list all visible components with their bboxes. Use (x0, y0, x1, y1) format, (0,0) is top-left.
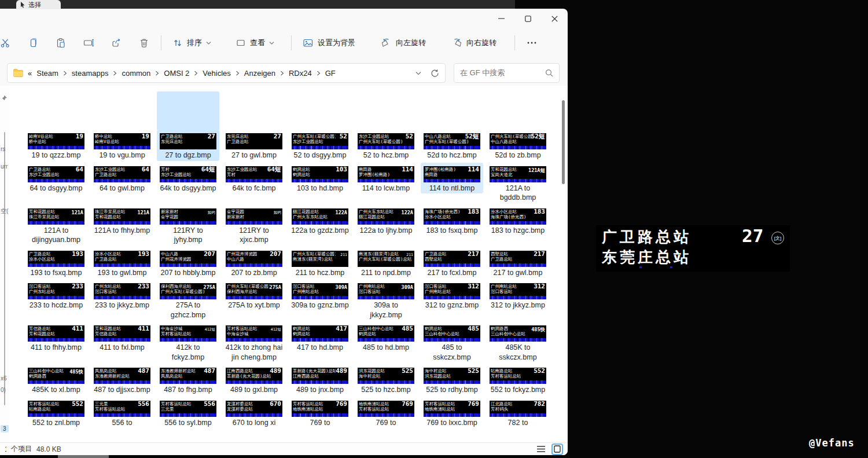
rotate-left-button[interactable]: 向左旋转 (376, 33, 431, 53)
more-options-button[interactable] (521, 33, 543, 53)
file-tile[interactable]: 保利西海岸总站 广州火车站(草暖公园) 275A 275A to gzhcz.b… (157, 280, 219, 320)
copy-button[interactable] (22, 33, 44, 53)
file-tile[interactable]: 江南西路总站 革新路(光大花园)总站 489 489 to gxl.bmp (223, 364, 285, 395)
nav-scrollbar[interactable] (4, 132, 5, 405)
file-tile[interactable]: 广州火车站(草暖公园) 中山八路总站 52短 52d to zb.bmp (487, 130, 549, 161)
address-bar[interactable]: « Steam steamapps common OMSI 2 Vehicles… (7, 63, 446, 83)
file-tile[interactable]: 南田路 罗冲围(松南路) 114 114 to lcw.bmp (355, 163, 417, 194)
file-tile[interactable]: 金宇花园 新家新村 如约 121RY to xjxc.bmp (223, 205, 285, 246)
file-tile[interactable]: 革新路(光大花园)总站 江南西路总站 489 489 to jnx.bmp (289, 364, 351, 395)
file-tile[interactable]: 海珠广场(侨光西) 汾水小区总站 183 183 to fsxq.bmp (421, 205, 483, 236)
delete-button[interactable] (133, 33, 155, 53)
file-tile[interactable]: 广州火车站(草暖公园) 东沙工业园总站 52 52 to dsgyy.bmp (289, 130, 351, 161)
file-tile[interactable]: 滘口客运站 广州南站总站 312 312 to gznz.bmp (421, 280, 483, 311)
scan-text-icon[interactable]: [文] (771, 232, 784, 244)
minimize-button[interactable] (488, 9, 514, 28)
file-tile[interactable]: 芳村客运站总站 地铁南浦站总站 769 769 to (289, 397, 351, 428)
paste-button[interactable] (50, 33, 72, 53)
file-tile[interactable]: 广卫路总站 东沙工业园总站 64 64 to dsgyy.bmp (25, 163, 87, 194)
file-thumbnail: 站南路总站 芳村客运站总站 552 (490, 365, 546, 384)
file-tile[interactable]: 三山科创中心总站 鹤洞总站 485 485 to hd.bmp (355, 322, 417, 353)
list-view-toggle[interactable] (535, 444, 547, 455)
file-tile[interactable]: 站南路总站 芳村客运站总站 552 552 to fckyz.bmp (487, 364, 549, 395)
file-tile[interactable]: 鹤洞路西 三山科创中心总站 485快 485K to sskczx.bmp (487, 322, 549, 362)
file-tile[interactable]: 汾水小区总站 广卫路总站 193 193 to gwl.bmp (91, 247, 153, 279)
file-tile[interactable]: 汾水小区总站 海珠广场(侨光西) 183 183 to hzgc.bmp (487, 205, 549, 236)
breadcrumb-segment[interactable]: GF (325, 69, 336, 78)
scrollbar-thumb[interactable] (562, 100, 565, 184)
snip-select-tab[interactable]: 选择 (16, 0, 61, 9)
view-dropdown[interactable]: 查看 (230, 33, 279, 53)
file-tile[interactable]: 广卫路总站 汾水小区总站 193 193 to fsxq.bmp (25, 247, 87, 279)
file-tile[interactable]: 中山八路 广州花卉博览园 207 207 to hbbly.bmp (157, 247, 219, 279)
title-bar[interactable] (0, 9, 568, 30)
file-tile[interactable]: 芳村客运站总站 中海金沙城 412短 412k to zhong hai jin… (223, 322, 285, 362)
file-tile[interactable]: 广州花卉博览园 中山八路 207 207 to zb.bmp (223, 247, 285, 279)
file-tile[interactable]: 三山科创中心总站 鹤洞路西 485快 485K to xl.bmp (25, 364, 87, 395)
file-tile[interactable]: 丽江花园总站 广州火车东站总站 122A 122a to gzdz.bmp (289, 205, 351, 236)
file-tile[interactable]: 珠江帝景苑总站 芳和花园总站 121A 121A to fhhy.bmp (91, 205, 153, 236)
file-tile[interactable]: 芳和花园总站 芳信路总站 411 411 to fxl.bmp (91, 322, 153, 353)
file-tile[interactable]: 龙溪村委总站 龙溪村委总站 670 670 to long xi (223, 397, 285, 428)
file-tile[interactable]: 南浦东(丽景湾)总站 广州火车站(草暖公园)总站 211 211 to npd.… (355, 247, 417, 279)
file-tile[interactable]: 新家新村 金宇花园 如约 121RY to jyhy.bmp (157, 205, 219, 246)
file-tile[interactable]: 芳信路总站 芳和花园总站 411 411 to fhhy.bmp (25, 322, 87, 353)
vertical-scrollbar[interactable] (560, 90, 567, 438)
file-tile[interactable]: 江北路总站 芳村码头 782 782 to (487, 397, 549, 428)
close-button[interactable] (541, 9, 568, 28)
breadcrumb-segment[interactable]: Anzeigen (244, 69, 275, 78)
cut-button[interactable] (0, 33, 16, 53)
file-tile[interactable]: 广卫路总站 东莞庄总站 27 27 to dgz.bmp (157, 130, 219, 161)
file-tile[interactable]: 海中村总站 润东花园总站 525 525 to rdhy.bmp (421, 364, 483, 395)
file-tile[interactable]: 鹤洞总站 鹤洞总站 417 417 to hd.bmp (289, 322, 351, 353)
file-tile[interactable]: 东沙工业园总站 芳村 64短 64k to fc.bmp (223, 163, 285, 194)
file-tile[interactable]: 东沙工业园总站 广州火车站(草暖公园) 52 52 to hcz.bmp (355, 130, 417, 161)
file-tile[interactable]: 罗冲围(松南路) 南田路 114 114 to ntl.bmp (421, 163, 483, 194)
file-tile[interactable]: 芳和花园总站 宝岗大道北 121A短 121A to bgddb.bmp (487, 163, 549, 203)
file-tile[interactable]: 芳村客运站总站 地铁南浦站总站 769 769 to lxxc.bmp (421, 397, 483, 428)
file-tile[interactable]: 中山八路总站 广州火车站(草暖公园) 52短 52d to hcz.bmp (421, 130, 483, 161)
file-tile[interactable]: 广州火车站(草暖公园)总站 南浦东(丽景湾)总站 211 211 to hcz.… (289, 247, 351, 279)
file-tile[interactable]: 芳村 东沙工业园总站 64短 64k to dsgyy.bmp (157, 163, 219, 194)
file-tile[interactable]: 鹤洞总站 鹤洞总站 103 103 to hd.bmp (289, 163, 351, 194)
file-tile[interactable]: 中海金沙城 芳村客运站总站 412短 412k to fckyz.bmp (157, 322, 219, 362)
address-dropdown-icon[interactable] (415, 71, 421, 75)
file-tile[interactable]: 芳村客运站总站 站南路总站 552 552 to znl.bmp (25, 397, 87, 428)
file-tile[interactable]: 广州南站总站 滘口客运站 312 312 to jkkyz.bmp (487, 280, 549, 311)
file-tile[interactable]: 广州南站总站 滘口客运站 309A 309a to jkkyz.bmp (355, 280, 417, 320)
breadcrumb-segment[interactable]: OMSI 2 (164, 69, 189, 78)
file-tile[interactable]: 三元里 芳村客运站总站 556 556 to (91, 397, 153, 428)
share-button[interactable] (105, 33, 127, 53)
file-tile[interactable]: 滘口客运站 广州东站总站 233 233 to hcdz.bmp (25, 280, 87, 311)
breadcrumb-segment[interactable]: common (122, 69, 150, 78)
file-tile[interactable]: 桥中总站 岭南V谷总站 19 19 to vgu.bmp (91, 130, 153, 161)
file-tile[interactable]: 东漖教师新村总站 凤凰岗总站 487 487 to fhg.bmp (157, 364, 219, 395)
file-tile[interactable]: 芳村客运站总站 三元里 556 556 to syl.bmp (157, 397, 219, 428)
file-tile[interactable]: 东莞庄总站 广卫路总站 27 27 to gwl.bmp (223, 130, 285, 161)
file-tile[interactable]: 广卫路总站 西塱总站 217 217 to fcxl.bmp (421, 247, 483, 279)
file-tile[interactable]: 广州火车东站总站 丽江花园总站 122A 122a to ljhy.bmp (355, 205, 417, 236)
rename-button[interactable] (78, 33, 100, 53)
thumbnail-view-toggle[interactable] (551, 444, 563, 455)
file-tile[interactable]: 滘口客运站 广州南站总站 309A 309a to gznz.bmp (289, 280, 351, 311)
sort-dropdown[interactable]: 排序 (167, 33, 216, 53)
file-tile[interactable]: 岭南V谷总站 桥中总站 19 19 to qzzz.bmp (25, 130, 87, 161)
file-tile[interactable]: 广州火车站(草暖公园) 保利西海岸总站 275A 275A to xyt.bmp (223, 280, 285, 311)
breadcrumb-segment[interactable]: Vehicles (203, 69, 230, 78)
file-tile[interactable]: 鹤洞总站 三山科创中心总站 485 485 to sskczx.bmp (421, 322, 483, 362)
refresh-icon[interactable] (431, 69, 439, 78)
maximize-button[interactable] (514, 9, 541, 28)
search-input[interactable]: 在 GF 中搜索 (454, 63, 560, 83)
file-tile[interactable]: 东沙工业园总站 广卫路总站 64 64 to gwl.bmp (91, 163, 153, 194)
set-background-button[interactable]: 设置为背景 (297, 33, 361, 53)
file-tile[interactable]: 广州东站总站 滘口客运站 233 233 to jkkyz.bmp (91, 280, 153, 311)
file-tile[interactable]: 地铁南浦站总站 芳村客运站总站 769 769 to (355, 397, 417, 428)
file-tile[interactable]: 凤凰岗总站 东漖教师新村总站 487 487 to djjsxc.bmp (91, 364, 153, 395)
breadcrumb-segment[interactable]: RDx24 (289, 69, 312, 78)
rotate-right-button[interactable]: 向右旋转 (446, 33, 502, 53)
breadcrumb-segment[interactable]: steamapps (72, 69, 109, 78)
breadcrumb-segment[interactable]: Steam (36, 69, 58, 78)
file-tile[interactable]: 西塱总站 广卫路总站 217 217 to gwl.bmp (487, 247, 549, 279)
file-tile[interactable]: 芳和花园总站 珠江帝景苑总站 121A 121A to dijingyuan.b… (25, 205, 87, 246)
file-tile[interactable]: 润东花园总站 海中村总站 525 525 to hzc.bmp (355, 364, 417, 395)
